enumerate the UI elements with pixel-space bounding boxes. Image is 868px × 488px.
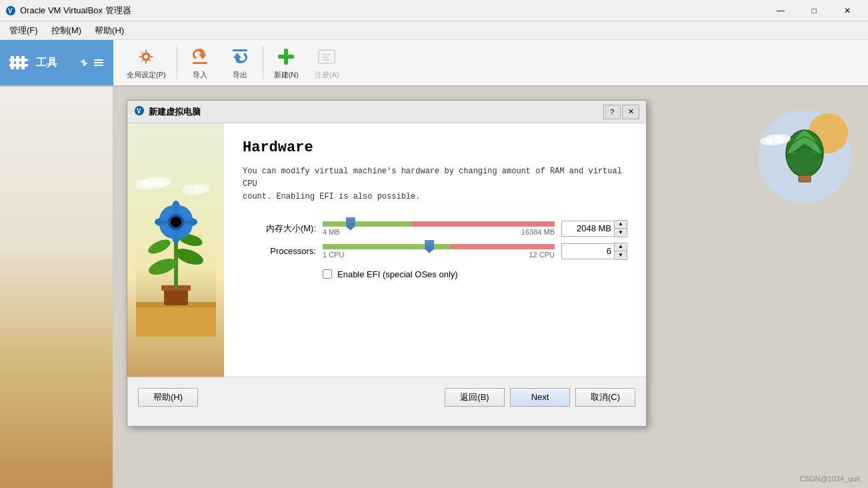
footer-right: 返回(B) Next 取消(C) [445, 388, 635, 407]
cpu-slider-track[interactable] [323, 244, 555, 249]
export-icon [229, 46, 251, 67]
cpu-track-bg [323, 244, 555, 249]
svg-rect-3 [16, 56, 19, 69]
ram-label: 内存大小(M): [243, 223, 316, 235]
export-label: 导出 [233, 70, 247, 80]
footer-left: 帮助(H) [138, 388, 198, 407]
svg-rect-13 [233, 49, 247, 51]
efi-label: Enable EFI (special OSes only) [337, 269, 458, 279]
register-icon [316, 46, 337, 67]
tools-icon [9, 53, 28, 72]
toolbar-sep-2 [263, 46, 263, 79]
help-button[interactable]: 帮助(H) [138, 388, 198, 407]
modal-help-button[interactable]: ? [603, 105, 621, 119]
modal-close-button[interactable]: ✕ [622, 105, 639, 119]
modal-title-bar: V 新建虚拟电脑 ? ✕ [127, 101, 646, 123]
new-vm-button[interactable]: 新建(N) [266, 42, 307, 84]
modal-controls: ? ✕ [603, 105, 639, 119]
svg-point-26 [760, 137, 773, 145]
cancel-button[interactable]: 取消(C) [575, 388, 635, 407]
ram-value-box: ▲ ▼ [561, 220, 627, 237]
new-icon [275, 46, 297, 67]
efi-row: Enable EFI (special OSes only) [323, 269, 627, 279]
svg-rect-6 [9, 64, 28, 67]
gear-icon [135, 46, 157, 67]
title-bar: V Oracle VM VirtualBox 管理器 — □ ✕ [0, 0, 868, 21]
toolbar: 全局设定(P) 导入 导出 [113, 40, 868, 85]
cpu-increase-button[interactable]: ▲ [615, 243, 627, 251]
balloon-decoration [755, 107, 855, 207]
menu-help[interactable]: 帮助(H) [88, 22, 131, 39]
svg-rect-4 [21, 56, 25, 69]
svg-text:V: V [8, 7, 13, 15]
svg-rect-5 [9, 59, 28, 61]
maximize-button[interactable]: □ [799, 1, 829, 20]
settings-label: 全局设定(P) [127, 70, 166, 80]
svg-rect-30 [136, 303, 216, 337]
close-button[interactable]: ✕ [832, 1, 863, 20]
right-content: V 新建虚拟电脑 ? ✕ [113, 87, 868, 488]
tools-label: 工具 [36, 56, 57, 70]
pin-icon[interactable] [79, 57, 89, 68]
svg-point-49 [171, 217, 181, 227]
ram-increase-button[interactable]: ▲ [615, 221, 627, 229]
modal-title: 新建虚拟电脑 [149, 106, 603, 118]
export-button[interactable]: 导出 [220, 42, 260, 84]
svg-point-11 [143, 54, 149, 59]
ram-green-zone [323, 221, 411, 227]
svg-rect-15 [278, 55, 294, 59]
ram-track-bg [323, 221, 555, 227]
cpu-value-box: ▲ ▼ [561, 243, 627, 260]
ram-spinners: ▲ ▼ [615, 220, 627, 237]
left-sidebar [0, 87, 113, 488]
menu-control[interactable]: 控制(M) [45, 22, 89, 39]
svg-rect-8 [94, 62, 103, 63]
svg-point-54 [193, 184, 209, 193]
ram-value-input[interactable] [561, 221, 615, 237]
efi-checkbox[interactable] [323, 269, 332, 279]
new-vm-dialog: V 新建虚拟电脑 ? ✕ [127, 100, 647, 427]
ram-decrease-button[interactable]: ▼ [615, 229, 627, 237]
ram-range-labels: 4 MB 16384 MB [323, 228, 555, 236]
import-button[interactable]: 导入 [180, 42, 220, 84]
menu-manage[interactable]: 管理(F) [3, 22, 45, 39]
cpu-red-zone [450, 244, 555, 249]
hardware-panel: Hardware You can modify virtual machine'… [224, 123, 646, 377]
svg-point-25 [775, 134, 791, 143]
import-label: 导入 [193, 70, 207, 80]
ram-row: 内存大小(M): 4 MB 16384 M [243, 220, 627, 237]
minimize-button[interactable]: — [765, 1, 796, 20]
sidebar-tools-header: 工具 [0, 40, 113, 85]
register-label: 注册(A) [315, 70, 339, 80]
modal-icon: V [134, 105, 145, 118]
toolbar-sep-1 [177, 46, 177, 79]
watermark: CSDN@1024_quit [799, 475, 860, 483]
cpu-decrease-button[interactable]: ▼ [615, 251, 627, 259]
new-label: 新建(N) [274, 70, 299, 80]
svg-rect-9 [94, 65, 103, 66]
cpu-label: Processors: [243, 246, 316, 256]
svg-rect-7 [94, 59, 103, 61]
global-settings-button[interactable]: 全局设定(P) [119, 42, 174, 84]
ram-slider-track[interactable] [323, 221, 555, 227]
svg-text:V: V [137, 107, 141, 115]
hardware-heading: Hardware [243, 139, 627, 156]
svg-point-51 [152, 177, 171, 187]
modal-footer: 帮助(H) 返回(B) Next 取消(C) [127, 377, 646, 417]
back-button[interactable]: 返回(B) [445, 388, 505, 407]
ram-red-zone [411, 221, 555, 227]
cpu-spinners: ▲ ▼ [615, 243, 627, 260]
cpu-range-labels: 1 CPU 12 CPU [323, 251, 555, 259]
app-title: Oracle VM VirtualBox 管理器 [20, 5, 765, 17]
cpu-max-label: 12 CPU [529, 251, 555, 259]
menu-bar: 管理(F) 控制(M) 帮助(H) [0, 21, 868, 40]
list-icon[interactable] [93, 57, 104, 68]
ram-min-label: 4 MB [323, 228, 340, 236]
register-button[interactable]: 注册(A) [307, 42, 347, 84]
next-button[interactable]: Next [510, 388, 570, 407]
modal-body: Hardware You can modify virtual machine'… [127, 123, 646, 377]
cpu-row: Processors: 1 CPU 12 [243, 243, 627, 260]
svg-rect-2 [11, 56, 14, 69]
cpu-min-label: 1 CPU [323, 251, 344, 259]
cpu-value-input[interactable] [561, 243, 615, 259]
